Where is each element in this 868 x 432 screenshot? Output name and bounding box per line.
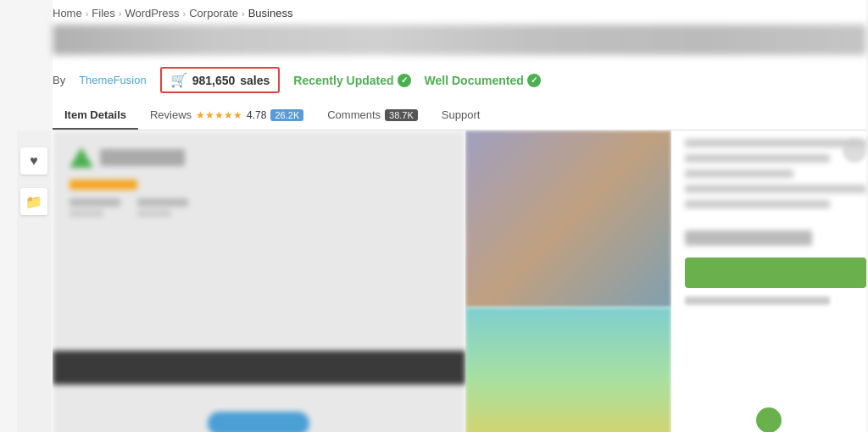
tab-item-comments[interactable]: Comments 38.7K bbox=[315, 102, 430, 130]
author-link[interactable]: ThemeFusion bbox=[79, 74, 146, 86]
breadcrumb-sep-2: › bbox=[119, 8, 122, 19]
preview-left-panel bbox=[53, 130, 465, 432]
stat-block-2 bbox=[137, 198, 188, 217]
preview-photo bbox=[465, 130, 671, 307]
tab-item-support[interactable]: Support bbox=[430, 102, 492, 130]
breadcrumb-sep-1: › bbox=[86, 8, 89, 19]
main-container: Home › Files › WordPress › Corporate › B… bbox=[53, 0, 866, 432]
sales-badge: 🛒 981,650 sales bbox=[160, 67, 281, 93]
breadcrumb-files[interactable]: Files bbox=[92, 7, 114, 19]
avatar bbox=[754, 405, 784, 432]
breadcrumb-wordpress[interactable]: WordPress bbox=[125, 7, 179, 19]
preview-blue-button bbox=[208, 412, 309, 432]
blur-line-1 bbox=[685, 139, 866, 147]
by-label: By bbox=[53, 74, 65, 86]
well-documented-label: Well Documented bbox=[425, 74, 524, 87]
tab-support-label: Support bbox=[442, 108, 481, 121]
recently-updated-label: Recently Updated bbox=[293, 74, 393, 87]
blur-line-2 bbox=[685, 154, 830, 163]
stars-icon: ★★★★★ bbox=[196, 109, 242, 121]
left-sidebar: ♥ 📁 bbox=[17, 130, 51, 432]
reviews-count-badge: 26.2K bbox=[270, 109, 303, 121]
breadcrumb-sep-4: › bbox=[242, 8, 245, 19]
preview-area bbox=[53, 130, 671, 432]
tab-item-reviews[interactable]: Reviews ★★★★★ 4.78 26.2K bbox=[138, 102, 315, 130]
blur-line-6 bbox=[685, 296, 830, 305]
stat-line-3 bbox=[137, 198, 188, 207]
tabs-bar: Item Details Reviews ★★★★★ 4.78 26.2K Co… bbox=[53, 102, 866, 130]
favorite-button[interactable]: ♥ bbox=[20, 147, 47, 174]
price-blur bbox=[685, 230, 812, 246]
banner-image bbox=[53, 25, 866, 55]
logo-triangle-icon bbox=[70, 147, 93, 168]
sales-count: 981,650 bbox=[192, 74, 236, 87]
tab-details-label: Item Details bbox=[64, 108, 126, 121]
stat-block-1 bbox=[70, 198, 120, 217]
blur-line-4 bbox=[685, 185, 866, 193]
preview-right-panel bbox=[465, 130, 671, 432]
tab-comments-label: Comments bbox=[327, 108, 381, 121]
well-documented-check-icon: ✓ bbox=[527, 74, 541, 87]
stat-line-2 bbox=[70, 210, 103, 217]
sales-label: sales bbox=[240, 74, 270, 87]
content-area: ♥ 📁 bbox=[53, 130, 866, 432]
folder-icon: 📁 bbox=[25, 194, 42, 210]
stat-line-1 bbox=[70, 198, 120, 207]
info-bar: By ThemeFusion 🛒 981,650 sales Recently … bbox=[53, 62, 866, 102]
breadcrumb-current: Business bbox=[248, 7, 293, 19]
preview-colored bbox=[465, 307, 671, 432]
rating-value: 4.78 bbox=[247, 109, 266, 121]
preview-stats bbox=[70, 198, 448, 217]
logo-text-blur bbox=[100, 149, 185, 166]
recently-updated-check-icon: ✓ bbox=[398, 74, 411, 87]
right-panel bbox=[671, 130, 866, 432]
breadcrumb-corporate[interactable]: Corporate bbox=[189, 7, 238, 19]
preview-dark-bar bbox=[53, 351, 465, 385]
well-documented-badge: Well Documented ✓ bbox=[425, 74, 541, 87]
buy-button[interactable] bbox=[685, 258, 866, 288]
tab-item-details[interactable]: Item Details bbox=[53, 102, 138, 130]
breadcrumb: Home › Files › WordPress › Corporate › B… bbox=[53, 0, 866, 25]
preview-logo-area bbox=[70, 147, 448, 168]
blur-line-5 bbox=[685, 200, 830, 208]
blur-line-3 bbox=[685, 169, 793, 178]
breadcrumb-sep-3: › bbox=[183, 8, 186, 19]
breadcrumb-home[interactable]: Home bbox=[53, 7, 82, 19]
comments-count-badge: 38.7K bbox=[385, 109, 418, 121]
stat-line-4 bbox=[137, 210, 171, 217]
preview-stars bbox=[70, 180, 137, 190]
right-details-blur bbox=[685, 139, 866, 246]
tab-reviews-label: Reviews bbox=[150, 108, 192, 121]
collection-button[interactable]: 📁 bbox=[20, 188, 47, 215]
cart-icon: 🛒 bbox=[170, 72, 187, 88]
heart-icon: ♥ bbox=[30, 153, 38, 169]
recently-updated-badge: Recently Updated ✓ bbox=[293, 74, 410, 87]
